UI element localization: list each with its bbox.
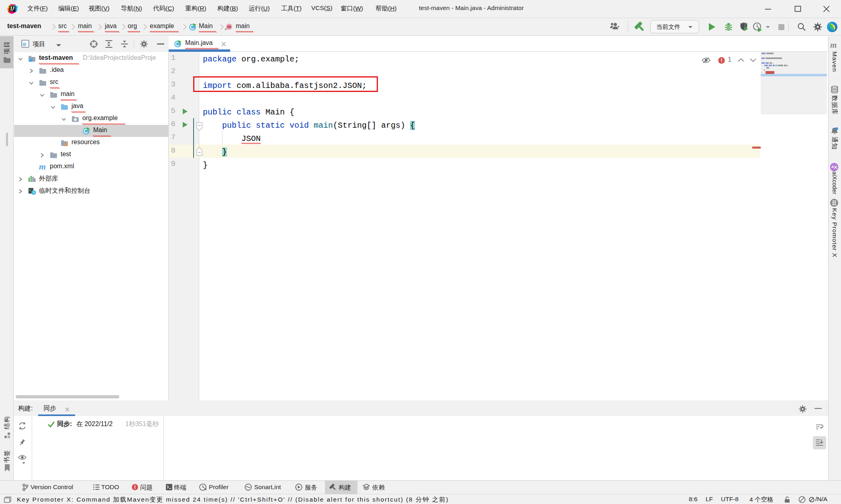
svg-text:m: m xyxy=(227,24,231,29)
